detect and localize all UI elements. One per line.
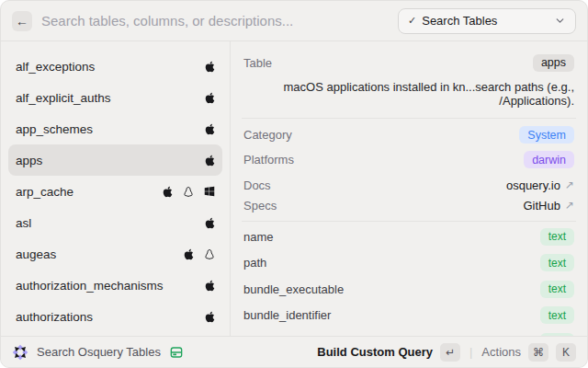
table-list-item[interactable]: asl: [8, 207, 222, 238]
column-row[interactable]: bundle_identifier text: [243, 303, 574, 329]
table-list-item[interactable]: app_schemes: [8, 113, 222, 144]
platforms-label: Platforms: [243, 153, 294, 167]
search-input[interactable]: [41, 13, 389, 29]
table-icon[interactable]: [169, 345, 184, 360]
category-badge: System: [519, 126, 574, 144]
column-row[interactable]: bundle_executable text: [243, 276, 574, 303]
header: ← ✓ Search Tables: [1, 1, 587, 41]
search-scope-dropdown[interactable]: ✓ Search Tables: [398, 8, 576, 34]
main-area: alf_exceptions alf_explicit_auths app_sc…: [1, 41, 587, 367]
table-list-item[interactable]: apps: [8, 144, 222, 176]
table-list-item[interactable]: arp_cache: [8, 176, 222, 207]
table-field-label: Table: [243, 56, 272, 70]
column-name: name: [243, 230, 274, 244]
table-list-item[interactable]: alf_explicit_auths: [8, 82, 222, 113]
specs-link[interactable]: GitHub ↗: [523, 199, 574, 213]
linux-icon: [204, 248, 215, 260]
apple-icon: [205, 311, 215, 323]
apple-icon: [205, 217, 215, 229]
platform-icons: [205, 217, 215, 229]
docs-label: Docs: [243, 178, 271, 192]
platform-icons: [205, 123, 215, 135]
table-description: macOS applications installed in kn...sea…: [243, 76, 574, 118]
column-name: path: [243, 256, 266, 270]
platform-badge: darwin: [524, 151, 574, 168]
table-name-label: alf_exceptions: [16, 60, 205, 74]
actions-button[interactable]: Actions: [481, 345, 521, 359]
search-tables-modal: ← ✓ Search Tables alf_exceptions alf_exp…: [0, 0, 588, 368]
column-row[interactable]: name text: [243, 224, 574, 250]
column-type-badge: text: [540, 281, 574, 298]
chevron-down-icon: [554, 15, 566, 27]
platform-icons: [205, 92, 215, 104]
table-name-label: arp_cache: [16, 185, 163, 199]
column-row[interactable]: path text: [243, 250, 574, 277]
table-name-label: app_schemes: [16, 122, 205, 136]
column-type-badge: text: [540, 306, 574, 324]
checkmark-icon: ✓: [408, 15, 416, 27]
platform-icons: [205, 311, 215, 323]
external-link-icon: ↗: [565, 178, 574, 191]
column-type-badge: text: [540, 228, 574, 246]
platform-icons: [163, 186, 215, 198]
app-name-label: Search Osquery Tables: [37, 345, 161, 359]
docs-link[interactable]: osquery.io ↗: [506, 178, 574, 192]
apple-icon: [184, 248, 194, 260]
table-name-badge: apps: [533, 54, 574, 72]
category-label: Category: [243, 128, 292, 142]
table-list: alf_exceptions alf_explicit_auths app_sc…: [1, 41, 231, 367]
table-name-label: alf_explicit_auths: [16, 91, 205, 105]
table-list-item[interactable]: augeas: [8, 238, 222, 270]
cmd-key-badge: ⌘: [528, 343, 548, 362]
table-list-item[interactable]: authorization_mechanisms: [8, 270, 222, 301]
column-name: bundle_identifier: [243, 308, 331, 322]
k-key-badge: K: [556, 343, 576, 362]
scope-label: Search Tables: [422, 14, 548, 28]
divider: |: [468, 345, 474, 359]
linux-icon: [183, 186, 194, 198]
divider: [242, 118, 576, 119]
apple-icon: [205, 155, 215, 167]
enter-key-badge: ↵: [440, 343, 460, 362]
specs-label: Specs: [243, 199, 277, 213]
apple-icon: [205, 280, 215, 292]
platform-icons: [205, 280, 215, 292]
apple-icon: [163, 186, 173, 198]
back-button[interactable]: ←: [12, 11, 32, 31]
column-name: bundle_executable: [243, 282, 344, 296]
app-logo-icon: [12, 344, 28, 361]
platform-icons: [184, 248, 215, 260]
build-custom-query-button[interactable]: Build Custom Query: [317, 345, 433, 359]
table-details-pane: Table apps macOS applications installed …: [231, 41, 587, 367]
apple-icon: [205, 92, 215, 104]
apple-icon: [205, 61, 215, 73]
apple-icon: [205, 123, 215, 135]
table-name-label: augeas: [16, 247, 184, 261]
column-type-badge: text: [540, 254, 574, 271]
footer: Search Osquery Tables Build Custom Query…: [1, 336, 587, 367]
table-name-label: authorization_mechanisms: [16, 279, 205, 293]
table-name-label: authorizations: [16, 310, 205, 324]
docs-link-text: osquery.io: [506, 178, 560, 192]
table-list-item[interactable]: alf_exceptions: [8, 51, 222, 82]
platform-icons: [205, 61, 215, 73]
windows-icon: [204, 186, 215, 197]
table-list-item[interactable]: authorizations: [8, 301, 222, 332]
external-link-icon: ↗: [565, 199, 574, 212]
platform-icons: [205, 155, 215, 167]
table-name-label: asl: [16, 216, 205, 230]
back-arrow-icon: ←: [16, 14, 28, 29]
specs-link-text: GitHub: [523, 199, 560, 213]
table-name-label: apps: [16, 154, 205, 167]
